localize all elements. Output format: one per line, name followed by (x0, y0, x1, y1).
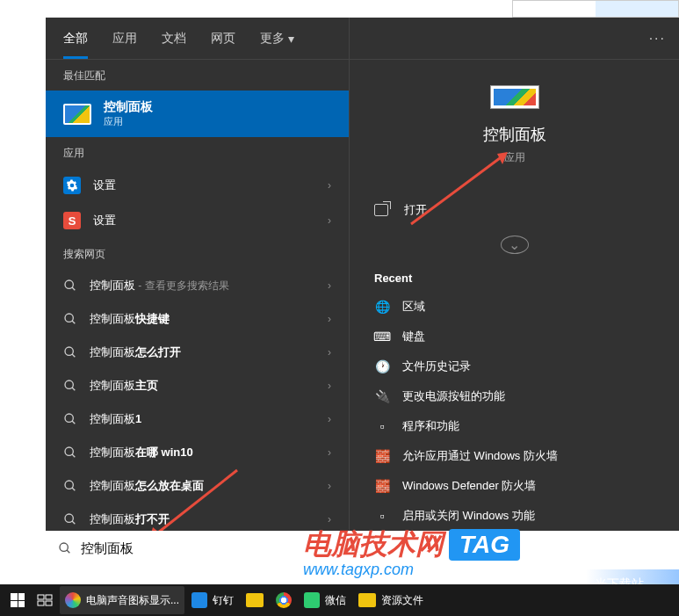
search-icon (63, 479, 77, 493)
taskbar: 电脑声音图标显示... 钉钉 微信 资源文件 (0, 584, 679, 616)
taskbar-app-explorer[interactable] (241, 586, 269, 614)
search-icon (63, 412, 77, 426)
taskbar-label: 资源文件 (381, 593, 423, 608)
web-search-row[interactable]: 控制面板 - 查看更多搜索结果 › (46, 269, 349, 302)
recent-item[interactable]: ⌨键盘 (350, 322, 679, 351)
recent-label: 文件历史记录 (402, 359, 471, 374)
svg-point-14 (65, 514, 73, 522)
app-label: 设置 (93, 178, 315, 193)
recent-item[interactable]: 🕐文件历史记录 (350, 351, 679, 381)
power-icon: 🔌 (374, 388, 390, 404)
task-view-icon (37, 594, 53, 606)
recent-list: 🌐区域 ⌨键盘 🕐文件历史记录 🔌更改电源按钮的功能 ▫程序和功能 🧱允许应用通… (350, 292, 679, 531)
chevron-right-icon: › (328, 214, 331, 227)
web-search-row[interactable]: 控制面板怎么打开 › (46, 336, 349, 369)
open-action[interactable]: 打开 (350, 192, 679, 228)
recent-label: 更改电源按钮的功能 (402, 388, 505, 404)
best-match-item[interactable]: 控制面板 应用 (46, 91, 349, 137)
task-view-button[interactable] (32, 586, 58, 614)
search-icon (63, 345, 77, 359)
tab-all[interactable]: 全部 (63, 18, 88, 59)
start-search-panel: 全部 应用 文档 网页 更多 ▾ ··· 最佳匹配 控制面板 应用 应用 设置 … (46, 18, 679, 531)
recent-item[interactable]: 🧱允许应用通过 Windows 防火墙 (350, 441, 679, 471)
svg-line-13 (72, 488, 75, 490)
open-label: 打开 (404, 202, 427, 218)
taskbar-app-folder2[interactable]: 资源文件 (353, 586, 429, 614)
recent-item[interactable]: 🧱Windows Defender 防火墙 (350, 471, 679, 501)
recent-item[interactable]: 🌐区域 (350, 292, 679, 322)
detail-title: 控制面板 (483, 124, 546, 145)
recent-label: 键盘 (402, 329, 425, 344)
tab-more[interactable]: 更多 ▾ (260, 18, 294, 59)
svg-point-2 (65, 314, 73, 322)
recent-item[interactable]: ▫程序和功能 (350, 411, 679, 441)
svg-rect-25 (46, 601, 52, 605)
taskbar-app-dingtalk[interactable]: 钉钉 (186, 586, 239, 614)
wechat-icon (304, 592, 320, 608)
chevron-right-icon: › (328, 179, 331, 192)
recent-item[interactable]: 🔌更改电源按钮的功能 (350, 381, 679, 411)
apps-header: 应用 (46, 137, 349, 168)
web-search-row[interactable]: 控制面板怎么放在桌面 › (46, 469, 349, 503)
web-search-row[interactable]: 控制面板主页 › (46, 369, 349, 402)
svg-rect-23 (46, 595, 52, 599)
svg-line-9 (72, 421, 75, 424)
recent-header: Recent (350, 265, 437, 292)
tab-web[interactable]: 网页 (211, 18, 235, 59)
recent-label: 启用或关闭 Windows 功能 (402, 508, 535, 524)
watermark-tag: TAG (449, 529, 520, 561)
search-icon (58, 541, 72, 555)
detail-subtitle: 应用 (504, 150, 525, 165)
globe-icon: 🌐 (374, 299, 390, 315)
svg-point-8 (65, 414, 73, 422)
chevron-down-icon: ⌄ (509, 236, 520, 253)
svg-point-10 (65, 447, 73, 455)
app-row-settings-1[interactable]: 设置 › (46, 168, 349, 203)
recent-label: 区域 (402, 299, 425, 315)
svg-point-6 (65, 380, 73, 388)
results-left-column: 最佳匹配 控制面板 应用 应用 设置 › S 设置 › 搜索网页 控制面板 - … (46, 18, 350, 531)
best-match-header: 最佳匹配 (46, 60, 349, 91)
best-match-subtitle: 应用 (104, 115, 153, 128)
svg-line-5 (72, 354, 75, 357)
control-panel-icon (63, 104, 91, 125)
svg-point-12 (65, 481, 73, 489)
start-button[interactable] (5, 586, 30, 614)
search-label: 控制面板在哪 win10 (90, 445, 315, 460)
svg-point-0 (65, 280, 73, 288)
svg-rect-24 (38, 601, 44, 605)
svg-line-21 (67, 550, 69, 553)
app-row-settings-2[interactable]: S 设置 › (46, 203, 349, 238)
taskbar-app-chrome[interactable] (271, 586, 297, 614)
app-icon (65, 592, 81, 608)
search-label: 控制面板主页 (90, 378, 315, 394)
search-input[interactable] (81, 541, 299, 556)
chevron-right-icon: › (328, 480, 331, 492)
taskbar-app-wechat[interactable]: 微信 (299, 586, 351, 614)
chevron-right-icon: › (328, 413, 331, 425)
taskbar-app[interactable]: 电脑声音图标显示... (60, 586, 184, 614)
search-input-box[interactable] (46, 531, 311, 566)
tab-apps[interactable]: 应用 (112, 18, 137, 59)
svg-line-15 (72, 521, 75, 524)
app-label: 设置 (93, 213, 315, 228)
search-label: 控制面板打不开 (90, 511, 315, 527)
best-match-title: 控制面板 (104, 99, 153, 115)
svg-point-4 (65, 347, 73, 355)
recent-item[interactable]: ▫启用或关闭 Windows 功能 (350, 501, 679, 531)
svg-line-7 (72, 388, 75, 390)
recent-label: 允许应用通过 Windows 防火墙 (402, 448, 558, 464)
web-search-row[interactable]: 控制面板快捷键 › (46, 302, 349, 336)
features-icon: ▫ (374, 508, 390, 524)
chevron-right-icon: › (328, 446, 331, 459)
tab-docs[interactable]: 文档 (162, 18, 186, 59)
search-label: 控制面板1 (90, 411, 315, 427)
svg-line-3 (72, 321, 75, 323)
programs-icon: ▫ (374, 418, 390, 434)
chevron-right-icon: › (328, 380, 331, 392)
expand-button[interactable]: ⌄ (501, 236, 529, 254)
search-icon (63, 512, 77, 526)
web-search-row[interactable]: 控制面板1 › (46, 402, 349, 436)
preview-thumbnail (512, 0, 679, 18)
web-search-row[interactable]: 控制面板在哪 win10 › (46, 436, 349, 469)
